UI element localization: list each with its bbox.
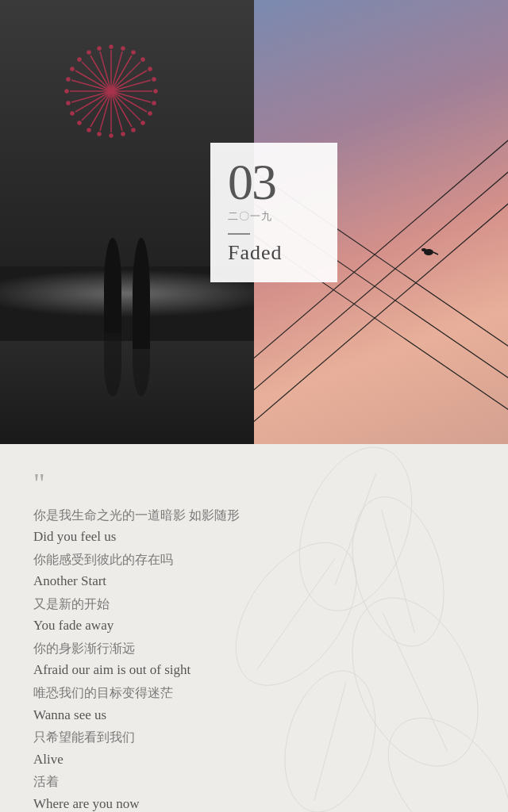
- svg-point-37: [98, 132, 101, 136]
- lyrics-section: " 你是我生命之光的一道暗影 如影随形Did you feel us你能感受到彼…: [0, 444, 508, 812]
- lyrics-line: 你的身影渐行渐远: [33, 638, 475, 659]
- lyrics-line: 你是我生命之光的一道暗影 如影随形: [33, 504, 475, 526]
- svg-point-44: [71, 67, 74, 71]
- svg-line-56: [433, 252, 438, 255]
- svg-point-43: [67, 78, 70, 81]
- card-number: 03: [228, 157, 320, 208]
- svg-point-33: [141, 121, 144, 124]
- quote-mark: ": [33, 469, 475, 498]
- svg-point-25: [121, 47, 125, 50]
- svg-point-30: [154, 90, 157, 93]
- svg-point-40: [71, 112, 74, 115]
- svg-point-36: [110, 134, 113, 137]
- tree-left: [104, 238, 121, 333]
- card-title: Faded: [228, 241, 320, 265]
- card-year: 二〇一九: [228, 209, 320, 224]
- svg-point-29: [152, 78, 156, 81]
- svg-point-42: [65, 90, 68, 93]
- svg-point-27: [141, 58, 144, 61]
- overlay-card: 03 二〇一九 Faded: [210, 143, 337, 282]
- lyrics-line: 你能感受到彼此的存在吗: [33, 549, 475, 570]
- svg-point-41: [67, 102, 70, 105]
- svg-point-39: [78, 121, 81, 124]
- lyrics-line: Did you feel us: [33, 526, 475, 549]
- svg-point-26: [132, 51, 135, 54]
- svg-point-34: [132, 128, 135, 132]
- lyrics-line: Wanna see us: [33, 704, 475, 727]
- svg-point-31: [152, 102, 156, 105]
- lyrics-line: Alive: [33, 749, 475, 772]
- svg-point-32: [148, 112, 152, 115]
- lyrics-line: Another Start: [33, 570, 475, 593]
- lyrics-line: 又是新的开始: [33, 593, 475, 615]
- firework-icon: [48, 32, 175, 159]
- card-divider: [228, 233, 250, 235]
- tree-ref-left: [104, 333, 121, 396]
- tree-ref-right: [133, 321, 150, 396]
- svg-point-28: [148, 67, 152, 71]
- lyrics-line: 只希望能看到我们: [33, 726, 475, 748]
- svg-point-35: [121, 132, 125, 136]
- svg-point-45: [78, 58, 81, 61]
- lyrics-line: 活着: [33, 771, 475, 792]
- lyrics-line: 唯恐我们的目标变得迷茫: [33, 682, 475, 703]
- tree-reflections: [104, 321, 150, 396]
- lyrics-line: You fade away: [33, 615, 475, 638]
- hero-image: 03 二〇一九 Faded: [0, 0, 508, 444]
- lyrics-lines: 你是我生命之光的一道暗影 如影随形Did you feel us你能感受到彼此的…: [33, 504, 475, 812]
- lyrics-line: Afraid our aim is out of sight: [33, 659, 475, 682]
- svg-point-38: [87, 128, 90, 132]
- svg-point-24: [110, 45, 113, 48]
- svg-point-55: [421, 248, 426, 251]
- svg-point-47: [98, 47, 101, 50]
- lyrics-line: Where are you now: [33, 793, 475, 812]
- svg-point-46: [87, 51, 90, 54]
